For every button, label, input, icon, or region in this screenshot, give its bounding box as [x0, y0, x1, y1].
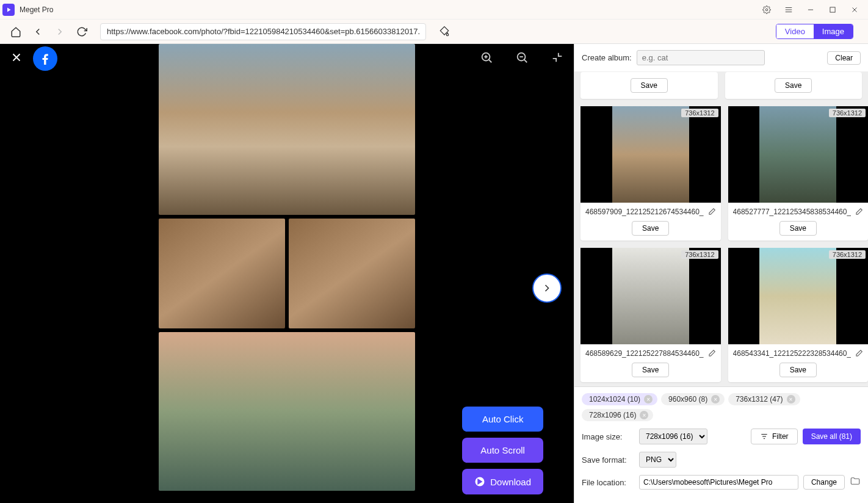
save-button[interactable]: Save [632, 363, 669, 377]
save-button[interactable]: Save [632, 221, 669, 236]
size-chip[interactable]: 960x960 (8)× [661, 393, 725, 405]
download-button[interactable]: Download [462, 469, 543, 494]
app-title: Meget Pro [20, 5, 53, 14]
thumbnail-image[interactable]: 736x1312 [728, 106, 868, 203]
thumbnail-card: 736x1312 468589629_122125227884534460_ S… [580, 248, 721, 382]
dimension-badge: 736x1312 [829, 109, 866, 117]
auto-scroll-button[interactable]: Auto Scroll [462, 438, 543, 463]
toolbar: Video Image [0, 20, 868, 44]
title-bar: Meget Pro [0, 0, 868, 20]
size-chip[interactable]: 1024x1024 (10)× [582, 393, 657, 405]
save-button[interactable]: Save [631, 78, 668, 93]
fullscreen-exit-icon[interactable] [551, 51, 564, 67]
next-photo-button[interactable] [532, 273, 562, 303]
url-input[interactable] [100, 23, 426, 40]
tab-image[interactable]: Image [814, 24, 853, 38]
download-label: Download [490, 477, 531, 487]
change-button[interactable]: Change [803, 475, 845, 490]
save-button[interactable]: Save [775, 78, 812, 93]
chip-remove-icon[interactable]: × [644, 395, 653, 403]
size-chips: 1024x1024 (10)× 960x960 (8)× 736x1312 (4… [582, 393, 861, 421]
save-format-select[interactable]: PNG [639, 452, 676, 468]
viewer-close-icon[interactable] [10, 51, 23, 67]
thumbnail-card: 736x1312 468597909_122125212674534460_ S… [580, 106, 721, 241]
edit-icon[interactable] [707, 208, 716, 216]
forward-button[interactable] [51, 23, 68, 40]
zoom-out-icon[interactable] [515, 51, 529, 67]
thumbnail-filename: 468527777_122125345838534460_ [733, 208, 852, 216]
zoom-in-icon[interactable] [480, 51, 493, 67]
svg-line-11 [489, 60, 492, 63]
media-type-tabs: Video Image [776, 24, 853, 39]
facebook-logo[interactable] [33, 46, 57, 71]
svg-line-15 [524, 60, 527, 63]
app-icon [2, 4, 15, 16]
edit-icon[interactable] [855, 208, 863, 216]
maximize-button[interactable] [822, 0, 844, 20]
image-size-select[interactable]: 728x1096 (16) [639, 429, 707, 444]
thumbnail-filename: 468589629_122125227884534460_ [585, 349, 704, 358]
thumbnail-card: 736x1312 468543341_122125222328534460_ S… [728, 248, 868, 382]
save-button[interactable]: Save [779, 221, 817, 236]
image-size-label: Image size: [582, 432, 634, 441]
auto-click-button[interactable]: Auto Click [462, 407, 543, 432]
filter-button[interactable]: Filter [751, 429, 798, 444]
dimension-badge: 736x1312 [681, 250, 718, 259]
file-location-label: File location: [582, 478, 634, 487]
thumbnail-filename: 468543341_122125222328534460_ [733, 349, 852, 358]
size-chip[interactable]: 728x1096 (16)× [582, 409, 653, 421]
main-photo [159, 44, 415, 491]
back-button[interactable] [29, 23, 46, 40]
bucket-icon[interactable] [436, 23, 453, 40]
thumbnail-card: 736x1312 468527777_122125345838534460_ S… [728, 106, 868, 241]
dimension-badge: 736x1312 [681, 109, 718, 117]
settings-icon[interactable] [756, 0, 778, 20]
chip-remove-icon[interactable]: × [640, 411, 648, 419]
save-format-label: Save format: [582, 455, 634, 465]
clear-button[interactable]: Clear [827, 51, 861, 65]
edit-icon[interactable] [707, 349, 716, 358]
save-all-button[interactable]: Save all (81) [803, 429, 861, 444]
svg-rect-5 [830, 7, 835, 12]
thumbnail-image[interactable]: 736x1312 [728, 248, 868, 344]
chip-remove-icon[interactable]: × [711, 395, 720, 403]
save-button[interactable]: Save [779, 363, 817, 377]
folder-icon[interactable] [850, 476, 861, 489]
create-album-label: Create album: [582, 53, 632, 62]
dimension-badge: 736x1312 [829, 250, 866, 259]
home-button[interactable] [7, 23, 24, 40]
chip-remove-icon[interactable]: × [787, 395, 795, 403]
edit-icon[interactable] [855, 349, 863, 358]
thumbnail-list[interactable]: Save Save 736x1312 468597909_12212521267… [574, 72, 868, 386]
thumbnail-image[interactable]: 736x1312 [580, 248, 721, 344]
create-album-input[interactable] [637, 50, 765, 65]
reload-button[interactable] [73, 23, 90, 40]
photo-viewer: Auto Click Auto Scroll Download [0, 44, 574, 503]
tab-video[interactable]: Video [776, 24, 814, 38]
sidebar-filters: 1024x1024 (10)× 960x960 (8)× 736x1312 (4… [574, 386, 868, 503]
size-chip[interactable]: 736x1312 (47)× [728, 393, 800, 405]
close-button[interactable] [844, 0, 866, 20]
svg-point-0 [765, 9, 768, 11]
sidebar: Create album: Clear Save Save 736x1312 4… [574, 44, 868, 503]
thumbnail-image[interactable]: 736x1312 [580, 106, 721, 203]
file-location-input[interactable] [639, 475, 798, 490]
menu-icon[interactable] [778, 0, 800, 20]
thumbnail-filename: 468597909_122125212674534460_ [585, 208, 704, 216]
minimize-button[interactable] [800, 0, 822, 20]
